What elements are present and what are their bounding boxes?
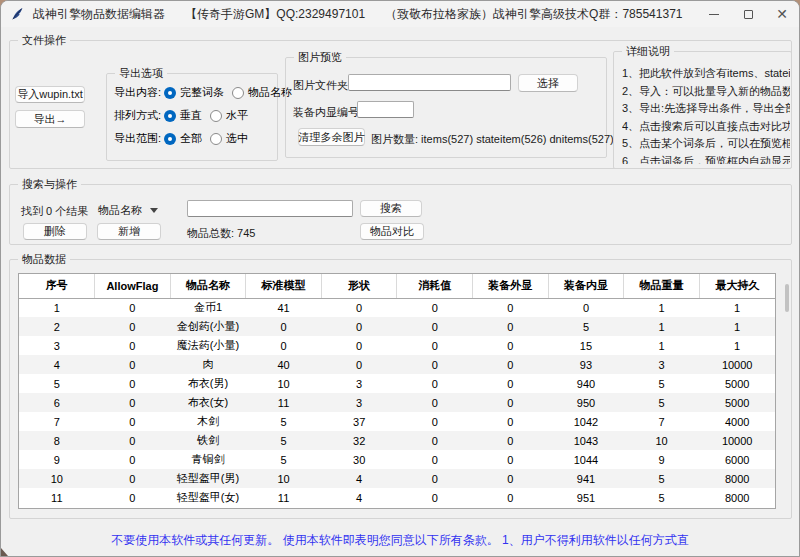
table-cell[interactable]: 4000 <box>699 412 775 431</box>
table-cell[interactable]: 0 <box>397 355 473 374</box>
table-cell[interactable]: 0 <box>548 298 624 317</box>
table-cell[interactable]: 3 <box>19 336 95 355</box>
column-header[interactable]: 形状 <box>321 274 397 298</box>
table-cell[interactable]: 0 <box>95 317 171 336</box>
table-cell[interactable]: 0 <box>95 298 171 317</box>
table-cell[interactable]: 5 <box>624 393 700 412</box>
equip-number-input[interactable] <box>357 101 414 118</box>
table-cell[interactable]: 1 <box>624 298 700 317</box>
search-input[interactable] <box>187 200 353 217</box>
table-cell[interactable]: 0 <box>95 355 171 374</box>
clean-images-button[interactable]: 清理多余图片 <box>298 128 365 146</box>
table-cell[interactable]: 0 <box>397 393 473 412</box>
table-cell[interactable]: 8000 <box>699 488 775 507</box>
table-row[interactable]: 40肉4000093310000 <box>19 355 775 374</box>
table-cell[interactable]: 0 <box>397 298 473 317</box>
table-cell[interactable]: 铁剑 <box>170 431 246 450</box>
minimize-button[interactable] <box>697 1 731 27</box>
table-cell[interactable]: 1042 <box>548 412 624 431</box>
image-folder-input[interactable] <box>348 74 511 91</box>
select-folder-button[interactable]: 选择 <box>518 74 578 92</box>
table-row[interactable]: 70木剑53700104274000 <box>19 412 775 431</box>
table-cell[interactable]: 6 <box>19 393 95 412</box>
table-cell[interactable]: 3 <box>624 355 700 374</box>
column-header[interactable]: 消耗值 <box>397 274 473 298</box>
table-cell[interactable]: 0 <box>95 431 171 450</box>
table-cell[interactable]: 0 <box>473 431 549 450</box>
table-cell[interactable]: 10 <box>246 469 322 488</box>
table-cell[interactable]: 0 <box>473 317 549 336</box>
table-cell[interactable]: 0 <box>95 450 171 469</box>
table-cell[interactable]: 41 <box>246 298 322 317</box>
table-cell[interactable]: 11 <box>246 488 322 507</box>
radio-option[interactable]: 全部 <box>164 131 202 146</box>
table-cell[interactable]: 950 <box>548 393 624 412</box>
table-cell[interactable]: 5 <box>246 431 322 450</box>
table-row[interactable]: 80铁剑5320010431010000 <box>19 431 775 450</box>
table-cell[interactable]: 0 <box>473 298 549 317</box>
table-cell[interactable]: 5000 <box>699 374 775 393</box>
search-button[interactable]: 搜索 <box>360 200 422 217</box>
table-row[interactable]: 20金创药(小量)0000511 <box>19 317 775 336</box>
table-cell[interactable]: 5 <box>624 488 700 507</box>
table-row[interactable]: 50布衣(男)1030094055000 <box>19 374 775 393</box>
radio-option[interactable]: 完整词条 <box>164 85 224 100</box>
table-cell[interactable]: 37 <box>321 412 397 431</box>
table-cell[interactable]: 0 <box>397 336 473 355</box>
table-cell[interactable]: 40 <box>246 355 322 374</box>
table-cell[interactable]: 5 <box>624 374 700 393</box>
table-cell[interactable]: 11 <box>19 488 95 507</box>
radio-icon[interactable] <box>164 110 176 122</box>
table-cell[interactable]: 10 <box>19 469 95 488</box>
table-cell[interactable]: 魔法药(小量) <box>170 336 246 355</box>
table-cell[interactable]: 5 <box>624 469 700 488</box>
table-cell[interactable]: 8000 <box>699 469 775 488</box>
table-cell[interactable]: 木剑 <box>170 412 246 431</box>
table-cell[interactable]: 10 <box>624 431 700 450</box>
table-cell[interactable]: 32 <box>321 431 397 450</box>
column-header[interactable]: 最大持久 <box>699 274 775 298</box>
column-header[interactable]: 物品重量 <box>624 274 700 298</box>
table-cell[interactable]: 金创药(小量) <box>170 317 246 336</box>
table-cell[interactable]: 0 <box>321 317 397 336</box>
table-cell[interactable]: 5 <box>246 412 322 431</box>
table-cell[interactable]: 金币1 <box>170 298 246 317</box>
column-header[interactable]: AllowFlag <box>95 274 171 298</box>
table-cell[interactable]: 1 <box>624 317 700 336</box>
radio-icon[interactable] <box>210 110 222 122</box>
table-cell[interactable]: 6000 <box>699 450 775 469</box>
table-cell[interactable]: 0 <box>321 298 397 317</box>
table-cell[interactable]: 0 <box>397 412 473 431</box>
table-cell[interactable]: 1 <box>699 298 775 317</box>
table-cell[interactable]: 9 <box>19 450 95 469</box>
table-cell[interactable]: 轻型盔甲(男) <box>170 469 246 488</box>
table-cell[interactable]: 30 <box>321 450 397 469</box>
table-row[interactable]: 30魔法药(小量)00001511 <box>19 336 775 355</box>
table-cell[interactable]: 0 <box>397 450 473 469</box>
column-header[interactable]: 标准模型 <box>246 274 322 298</box>
table-cell[interactable]: 93 <box>548 355 624 374</box>
table-cell[interactable]: 4 <box>321 488 397 507</box>
table-cell[interactable]: 7 <box>624 412 700 431</box>
table-cell[interactable]: 0 <box>397 374 473 393</box>
table-cell[interactable]: 1 <box>19 298 95 317</box>
table-cell[interactable]: 10000 <box>699 431 775 450</box>
table-cell[interactable]: 0 <box>397 488 473 507</box>
table-cell[interactable]: 0 <box>473 355 549 374</box>
table-cell[interactable]: 4 <box>321 469 397 488</box>
table-cell[interactable]: 11 <box>246 393 322 412</box>
table-cell[interactable]: 0 <box>473 469 549 488</box>
table-cell[interactable]: 1 <box>699 336 775 355</box>
table-cell[interactable]: 7 <box>19 412 95 431</box>
table-cell[interactable]: 5 <box>548 317 624 336</box>
table-cell[interactable]: 0 <box>473 393 549 412</box>
table-cell[interactable]: 布衣(女) <box>170 393 246 412</box>
table-cell[interactable]: 1 <box>699 317 775 336</box>
table-cell[interactable]: 8 <box>19 431 95 450</box>
table-cell[interactable]: 0 <box>473 374 549 393</box>
import-wupin-button[interactable]: 导入wupin.txt <box>15 86 85 103</box>
radio-option[interactable]: 垂直 <box>164 108 202 123</box>
radio-option[interactable]: 水平 <box>210 108 248 123</box>
table-cell[interactable]: 2 <box>19 317 95 336</box>
maximize-button[interactable] <box>731 1 765 27</box>
